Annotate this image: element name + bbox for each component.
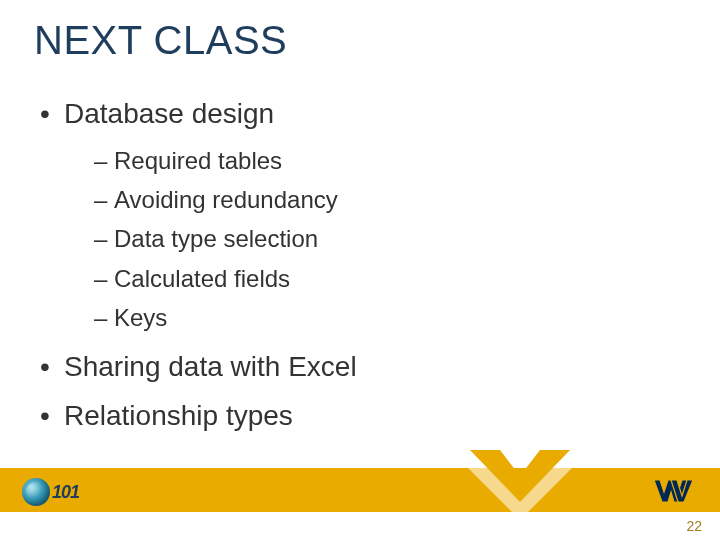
slide: NEXT CLASS Database design Required tabl… [0,0,720,540]
course-logo: 101 [22,478,79,506]
slide-content: Database design Required tables Avoiding… [38,96,680,447]
bullet-item: Sharing data with Excel [38,349,680,384]
course-code: 101 [52,482,79,503]
bullet-item: Relationship types [38,398,680,433]
sublist: Required tables Avoiding redundancy Data… [94,145,680,333]
sub-bullet-item: Data type selection [94,223,680,254]
page-number: 22 [686,518,702,534]
slide-title: NEXT CLASS [34,18,287,63]
sub-bullet-item: Required tables [94,145,680,176]
sub-bullet-item: Calculated fields [94,263,680,294]
sub-bullet-item: Keys [94,302,680,333]
sub-bullet-item: Avoiding redundancy [94,184,680,215]
globe-icon [22,478,50,506]
footer-band [0,468,720,512]
wv-logo [652,476,694,506]
bullet-item: Database design [38,96,680,131]
